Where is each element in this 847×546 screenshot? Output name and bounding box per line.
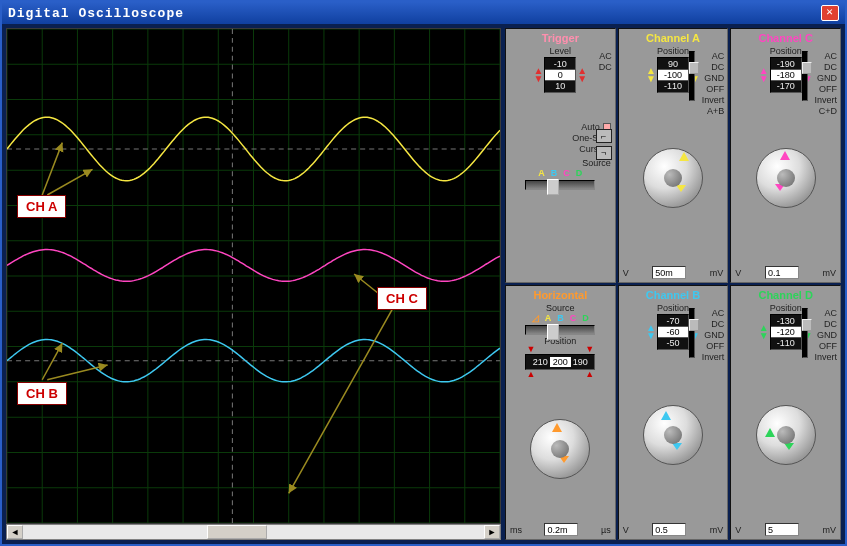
panel-horizontal: Horizontal Source ◿ A B C D Position ▼▼ … [505, 285, 616, 540]
svg-line-34 [47, 169, 92, 195]
trigger-source-slider[interactable] [525, 180, 595, 190]
ch-a-scale-knob[interactable] [643, 148, 703, 208]
ch-a-off[interactable]: OFF [702, 84, 725, 94]
ch-d-scale-knob[interactable] [756, 405, 816, 465]
trigger-level-display[interactable]: -10 0 10 [544, 57, 576, 93]
scroll-left-button[interactable]: ◄ [7, 525, 23, 539]
waveform-canvas [7, 29, 500, 523]
trigger-dc[interactable]: DC [599, 62, 612, 72]
horiz-src-b[interactable]: B [557, 313, 564, 323]
label-ch-a: CH A [17, 195, 66, 218]
horizontal-timebase-knob[interactable] [530, 419, 590, 479]
ch-a-unit-mv: mV [710, 268, 724, 278]
ch-a-gnd[interactable]: GND [702, 73, 725, 83]
horizontal-title: Horizontal [510, 289, 611, 301]
ch-a-pos-arrows[interactable]: ▲▼ [646, 67, 656, 83]
ch-d-off[interactable]: OFF [814, 341, 837, 351]
horizontal-value-input[interactable] [544, 523, 578, 536]
svg-line-35 [42, 343, 62, 380]
ch-a-value-input[interactable] [652, 266, 686, 279]
trigger-level-arrows[interactable]: ▲▼ [533, 67, 543, 83]
scope-display[interactable]: CH A CH B CH C [6, 28, 501, 524]
ch-b-pos-arrows[interactable]: ▲▼ [646, 324, 656, 340]
trigger-src-d[interactable]: D [576, 168, 583, 178]
horiz-src-icon: ◿ [532, 313, 539, 323]
trigger-source-row: A B C D [510, 168, 611, 178]
horiz-src-d[interactable]: D [582, 313, 589, 323]
oscilloscope-window: Digital Oscilloscope ✕ CH A CH B CH C ◄ … [0, 0, 847, 546]
ch-d-title: Channel D [735, 289, 836, 301]
scroll-track[interactable] [23, 525, 484, 539]
ch-b-pos-display[interactable]: -70 -60 -50 [657, 314, 689, 350]
ch-c-ac[interactable]: AC [814, 51, 837, 61]
horiz-pos-arrows-bot[interactable]: ▲▲ [510, 371, 611, 378]
panel-channel-a: Channel A Position ▲▼ 90 -100 -110 ▲▼ AC… [618, 28, 729, 283]
panel-trigger: Trigger Level ▲▼ -10 0 10 ▲▼ AC DC ⌐ [505, 28, 616, 283]
ch-d-coupling-slider[interactable] [802, 308, 808, 358]
ch-b-dc[interactable]: DC [702, 319, 725, 329]
ch-d-pos-display[interactable]: -130 -120 -110 [770, 314, 802, 350]
content: CH A CH B CH C ◄ ► Trigger Level ▲▼ -10 [2, 24, 845, 544]
ch-c-coupling-slider[interactable] [802, 51, 808, 101]
ch-c-pos-arrows[interactable]: ▲▼ [759, 67, 769, 83]
trigger-title: Trigger [510, 32, 611, 44]
trigger-ac[interactable]: AC [599, 51, 612, 61]
scope-area: CH A CH B CH C ◄ ► [6, 28, 501, 540]
horiz-src-c[interactable]: C [570, 313, 577, 323]
ch-a-ac[interactable]: AC [702, 51, 725, 61]
ch-b-scale-knob[interactable] [643, 405, 703, 465]
ch-a-title: Channel A [623, 32, 724, 44]
ch-d-ac[interactable]: AC [814, 308, 837, 318]
ch-d-value-input[interactable] [765, 523, 799, 536]
label-ch-b: CH B [17, 382, 67, 405]
ch-b-ac[interactable]: AC [702, 308, 725, 318]
scroll-right-button[interactable]: ► [484, 525, 500, 539]
svg-line-33 [42, 143, 62, 195]
ch-c-gnd[interactable]: GND [814, 73, 837, 83]
horizontal-source-slider[interactable] [525, 325, 595, 335]
ch-a-pos-display[interactable]: 90 -100 -110 [657, 57, 689, 93]
window-title: Digital Oscilloscope [8, 6, 184, 21]
ch-a-dc[interactable]: DC [702, 62, 725, 72]
ch-d-gnd[interactable]: GND [814, 330, 837, 340]
ch-b-title: Channel B [623, 289, 724, 301]
titlebar: Digital Oscilloscope ✕ [2, 2, 845, 24]
ch-c-off[interactable]: OFF [814, 84, 837, 94]
horiz-pos-display[interactable]: 210 200 190 [525, 354, 595, 370]
panel-channel-d: Channel D Position ▲▼ -130 -120 -110 ▲▼ … [730, 285, 841, 540]
svg-line-38 [289, 306, 395, 494]
label-ch-c: CH C [377, 287, 427, 310]
ch-d-pos-arrows[interactable]: ▲▼ [759, 324, 769, 340]
panel-channel-b: Channel B Position ▲▼ -70 -60 -50 ▲▼ AC … [618, 285, 729, 540]
ch-a-unit-v: V [623, 268, 629, 278]
ch-d-dc[interactable]: DC [814, 319, 837, 329]
panel-channel-c: Channel C Position ▲▼ -190 -180 -170 ▲▼ … [730, 28, 841, 283]
ch-c-title: Channel C [735, 32, 836, 44]
horizontal-scrollbar[interactable]: ◄ ► [6, 524, 501, 540]
ch-c-value-input[interactable] [765, 266, 799, 279]
ch-a-coupling-slider[interactable] [689, 51, 695, 101]
trigger-level-label: Level [510, 46, 611, 56]
trigger-rising-edge[interactable]: ⌐ [596, 129, 612, 143]
horiz-pos-arrows-top[interactable]: ▼▼ [510, 346, 611, 353]
close-button[interactable]: ✕ [821, 5, 839, 21]
ch-b-coupling-slider[interactable] [689, 308, 695, 358]
scroll-thumb[interactable] [207, 525, 267, 539]
ch-c-dc[interactable]: DC [814, 62, 837, 72]
ch-b-value-input[interactable] [652, 523, 686, 536]
trigger-falling-edge[interactable]: ¬ [596, 146, 612, 160]
horiz-src-a[interactable]: A [545, 313, 552, 323]
ch-c-pos-display[interactable]: -190 -180 -170 [770, 57, 802, 93]
ch-c-scale-knob[interactable] [756, 148, 816, 208]
trigger-src-c[interactable]: C [563, 168, 570, 178]
control-panels: Trigger Level ▲▼ -10 0 10 ▲▼ AC DC ⌐ [505, 28, 841, 540]
ch-b-gnd[interactable]: GND [702, 330, 725, 340]
trigger-src-b[interactable]: B [551, 168, 558, 178]
trigger-src-a[interactable]: A [538, 168, 545, 178]
ch-b-off[interactable]: OFF [702, 341, 725, 351]
